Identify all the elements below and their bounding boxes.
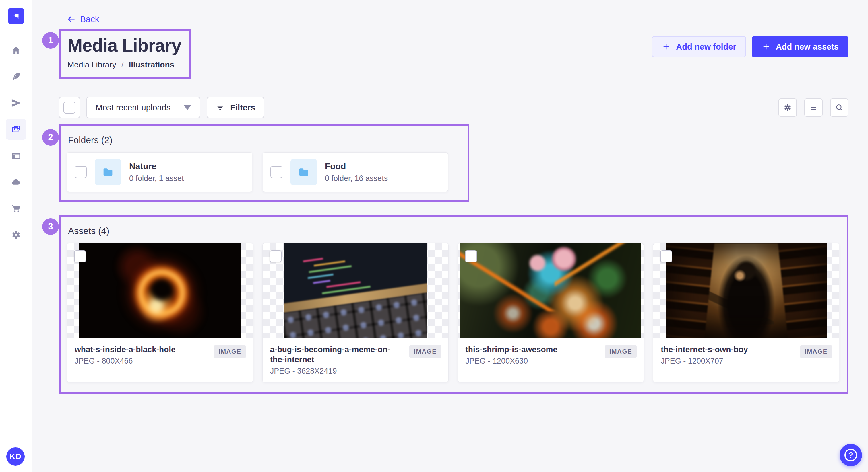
strapi-logo-icon: [11, 11, 21, 21]
asset-type-badge: IMAGE: [800, 345, 832, 358]
toolbar-left: Most recent uploads Filters: [59, 97, 265, 118]
sidebar-item-settings[interactable]: [6, 225, 26, 245]
folder-info: Nature 0 folder, 1 asset: [129, 162, 184, 183]
search-button[interactable]: [830, 98, 848, 117]
asset-meta: JPEG - 800X466: [74, 357, 209, 366]
asset-meta: JPEG - 3628X2419: [270, 367, 405, 376]
add-new-folder-button[interactable]: Add new folder: [652, 36, 746, 57]
folder-name: Nature: [129, 162, 184, 171]
select-all-checkbox[interactable]: [59, 97, 80, 118]
folder-card-nature[interactable]: Nature 0 folder, 1 asset: [67, 152, 252, 192]
cloud-icon: [11, 177, 22, 188]
asset-checkbox[interactable]: [660, 250, 672, 262]
plus-icon: [762, 42, 771, 51]
back-link[interactable]: Back: [66, 14, 99, 24]
send-plane-icon: [11, 98, 22, 108]
add-new-folder-label: Add new folder: [676, 42, 736, 52]
header-row: 1 Media Library Media Library / Illustra…: [59, 29, 848, 78]
add-new-assets-label: Add new assets: [776, 42, 839, 52]
annotation-box-1: 1 Media Library Media Library / Illustra…: [59, 29, 191, 78]
asset-info: a-bug-is-becoming-a-meme-on-the-internet…: [270, 344, 405, 376]
asset-meta: JPEG - 1200X630: [466, 357, 600, 366]
asset-type-badge: IMAGE: [409, 345, 441, 358]
laptop-code-image: [284, 243, 427, 338]
asset-thumbnail: [458, 243, 644, 338]
media-library-page: KD Back 1 Media Library Media Library / …: [0, 0, 868, 472]
view-settings-button[interactable]: [778, 98, 797, 117]
annotation-box-3: 3 Assets (4) what-s-inside-a-black-hole …: [59, 215, 848, 394]
asset-name: the-internet-s-own-boy: [661, 344, 795, 355]
gear-icon: [783, 103, 793, 112]
asset-checkbox[interactable]: [465, 250, 477, 262]
sidebar-nav: [0, 32, 32, 245]
asset-info: what-s-inside-a-black-hole JPEG - 800X46…: [74, 344, 209, 366]
folder-icon: [101, 165, 115, 179]
help-button[interactable]: ?: [840, 444, 862, 466]
sidebar-item-media-library[interactable]: [6, 119, 26, 140]
strapi-logo[interactable]: [8, 8, 24, 24]
add-new-assets-button[interactable]: Add new assets: [752, 36, 848, 57]
asset-thumbnail: [653, 243, 839, 338]
checkbox[interactable]: [63, 102, 75, 113]
folder-checkbox[interactable]: [270, 166, 282, 178]
asset-caption: a-bug-is-becoming-a-meme-on-the-internet…: [262, 338, 448, 382]
folder-card-food[interactable]: Food 0 folder, 16 assets: [262, 152, 448, 192]
sidebar-item-content-manager[interactable]: [6, 66, 26, 87]
sidebar-item-home[interactable]: [6, 40, 26, 61]
plus-icon: [662, 42, 671, 51]
folder-meta: 0 folder, 1 asset: [129, 174, 184, 183]
logo-container: [0, 0, 32, 32]
asset-grid: what-s-inside-a-black-hole JPEG - 800X46…: [67, 243, 839, 382]
asset-card-black-hole[interactable]: what-s-inside-a-black-hole JPEG - 800X46…: [67, 243, 253, 382]
asset-info: the-internet-s-own-boy JPEG - 1200X707: [661, 344, 795, 366]
toolbar-right: [778, 98, 848, 117]
sidebar-item-releases[interactable]: [6, 93, 26, 113]
filters-label: Filters: [230, 103, 255, 112]
black-hole-image: [79, 243, 241, 338]
asset-meta: JPEG - 1200X707: [661, 357, 795, 366]
asset-thumbnail: [262, 243, 448, 338]
filters-button[interactable]: Filters: [207, 97, 265, 118]
vignette: [666, 243, 827, 338]
gear-icon: [11, 229, 22, 240]
search-icon: [834, 103, 844, 112]
back-label: Back: [80, 14, 99, 24]
laptop-art: [284, 243, 427, 338]
breadcrumb-parent[interactable]: Media Library: [67, 60, 116, 69]
asset-card-internets-own-boy[interactable]: the-internet-s-own-boy JPEG - 1200X707 I…: [653, 243, 839, 382]
question-mark-icon: ?: [844, 449, 857, 461]
assets-heading: Assets (4): [67, 224, 839, 243]
folder-info: Food 0 folder, 16 assets: [325, 162, 388, 183]
asset-thumbnail: [67, 243, 253, 338]
list-view-button[interactable]: [804, 98, 823, 117]
asset-checkbox[interactable]: [270, 250, 282, 262]
sidebar-item-content-type-builder[interactable]: [6, 145, 26, 166]
mantis-shrimp-image: [460, 243, 641, 338]
folder-checkbox[interactable]: [74, 166, 87, 178]
sidebar: KD: [0, 0, 32, 472]
asset-card-bug-meme[interactable]: a-bug-is-becoming-a-meme-on-the-internet…: [262, 243, 448, 382]
sort-value: Most recent uploads: [96, 103, 170, 112]
header-actions: Add new folder Add new assets: [652, 36, 848, 57]
toolbar: Most recent uploads Filters: [59, 97, 848, 118]
user-avatar[interactable]: KD: [6, 447, 25, 466]
folder-list: Nature 0 folder, 1 asset Food 0 folder, …: [67, 152, 460, 192]
sort-dropdown[interactable]: Most recent uploads: [86, 97, 200, 118]
folder-tile: [290, 159, 317, 185]
annotation-box-2: 2 Folders (2) Nature 0 folder, 1 asset: [59, 125, 469, 202]
cart-icon: [11, 203, 22, 214]
breadcrumb-current: Illustrations: [129, 60, 174, 69]
sidebar-item-marketplace[interactable]: [6, 198, 26, 219]
annotation-badge-3: 3: [42, 218, 59, 235]
annotation-badge-1: 1: [42, 32, 59, 49]
asset-caption: what-s-inside-a-black-hole JPEG - 800X46…: [67, 338, 253, 382]
sidebar-item-deploy[interactable]: [6, 172, 26, 193]
asset-name: what-s-inside-a-black-hole: [74, 344, 209, 355]
asset-name: a-bug-is-becoming-a-meme-on-the-internet: [270, 344, 405, 365]
asset-type-badge: IMAGE: [214, 345, 246, 358]
section-divider: [66, 206, 848, 206]
asset-card-shrimp[interactable]: this-shrimp-is-awesome JPEG - 1200X630 I…: [458, 243, 644, 382]
asset-checkbox[interactable]: [74, 250, 86, 262]
asset-type-badge: IMAGE: [605, 345, 637, 358]
folder-icon: [297, 165, 310, 179]
